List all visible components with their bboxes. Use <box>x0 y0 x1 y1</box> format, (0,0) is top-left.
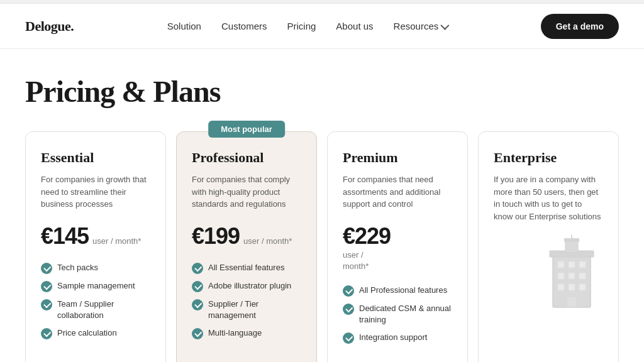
features-list-professional: All Essential features Adobe illustrator… <box>192 262 301 339</box>
feature-item: Multi-language <box>192 327 301 339</box>
building-icon <box>540 235 603 310</box>
feature-item: Supplier / Tier management <box>192 299 301 321</box>
main-nav: Solution Customers Pricing About us Reso… <box>167 21 448 31</box>
feature-item: Adobe illustrator plugin <box>192 280 301 292</box>
check-icon <box>343 332 354 344</box>
plan-desc-enterprise: If you are in a company with more than 5… <box>494 173 603 222</box>
page-title: Pricing & Plans <box>25 74 619 109</box>
feature-item: Price calculation <box>41 327 150 339</box>
svg-rect-6 <box>569 273 575 279</box>
check-icon <box>41 299 52 310</box>
plan-desc-essential: For companies in growth that need to str… <box>41 173 150 211</box>
price-amount-premium: €229 <box>343 223 452 250</box>
plan-price-essential: €145 user / month* <box>41 223 150 250</box>
logo: Delogue. <box>25 18 74 35</box>
svg-rect-8 <box>558 284 564 290</box>
pricing-grid: Essential For companies in growth that n… <box>25 131 619 362</box>
plan-name-essential: Essential <box>41 150 150 166</box>
svg-rect-7 <box>579 273 586 279</box>
popular-badge: Most popular <box>208 121 285 138</box>
plan-desc-professional: For companies that comply with high-qual… <box>192 173 301 211</box>
plan-card-enterprise: Enterprise If you are in a company with … <box>478 131 619 362</box>
svg-rect-2 <box>558 261 564 268</box>
plan-card-essential: Essential For companies in growth that n… <box>25 131 166 362</box>
check-icon <box>343 304 354 315</box>
check-icon <box>192 281 203 292</box>
check-icon <box>41 281 52 292</box>
nav-item-customers[interactable]: Customers <box>221 21 267 31</box>
svg-rect-14 <box>571 235 572 240</box>
get-demo-button[interactable]: Get a demo <box>541 14 619 39</box>
nav-item-solution[interactable]: Solution <box>167 21 201 31</box>
plan-name-premium: Premium <box>343 150 452 166</box>
svg-rect-10 <box>579 284 586 290</box>
check-icon <box>192 263 203 274</box>
plan-name-professional: Professional <box>192 150 301 166</box>
price-unit-premium: user /month* <box>343 250 452 272</box>
price-unit-professional: user / month* <box>243 236 292 246</box>
plan-price-professional: €199 user / month* <box>192 223 301 250</box>
price-amount-essential: €145 <box>41 223 89 250</box>
check-icon <box>343 285 354 297</box>
main-content: Pricing & Plans Essential For companies … <box>0 49 644 362</box>
feature-item: Dedicated CSM & annual training <box>343 303 452 326</box>
plan-card-premium: Premium For companies that need assortme… <box>327 131 468 362</box>
svg-rect-3 <box>569 261 575 268</box>
check-icon <box>41 263 52 274</box>
check-icon <box>41 328 52 339</box>
feature-item: All Professional features <box>343 285 452 297</box>
features-list-premium: All Professional features Dedicated CSM … <box>343 285 452 344</box>
svg-rect-11 <box>567 297 577 307</box>
plan-desc-premium: For companies that need assortments and … <box>343 173 452 211</box>
features-list-essential: Tech packs Sample management Team / Supp… <box>41 262 150 339</box>
nav-item-resources[interactable]: Resources <box>394 21 448 31</box>
feature-item: Team / Supplier collaboration <box>41 299 150 321</box>
check-icon <box>192 328 203 339</box>
svg-rect-9 <box>569 284 575 290</box>
feature-item: Tech packs <box>41 262 150 274</box>
price-amount-professional: €199 <box>192 223 240 250</box>
svg-rect-4 <box>579 261 586 268</box>
nav-item-about[interactable]: About us <box>336 21 373 31</box>
chevron-down-icon <box>441 21 450 30</box>
plan-card-professional: Most popular Professional For companies … <box>176 131 317 362</box>
feature-item: Integration support <box>343 332 452 344</box>
feature-item: Sample management <box>41 280 150 292</box>
check-icon <box>192 299 203 310</box>
header: Delogue. Solution Customers Pricing Abou… <box>0 4 644 49</box>
nav-item-pricing[interactable]: Pricing <box>287 21 316 31</box>
feature-item: All Essential features <box>192 262 301 274</box>
price-unit-essential: user / month* <box>92 236 141 246</box>
plan-name-enterprise: Enterprise <box>494 150 603 166</box>
plan-price-premium: €229 user /month* <box>343 223 452 272</box>
enterprise-building <box>494 235 603 310</box>
svg-rect-5 <box>558 273 564 279</box>
